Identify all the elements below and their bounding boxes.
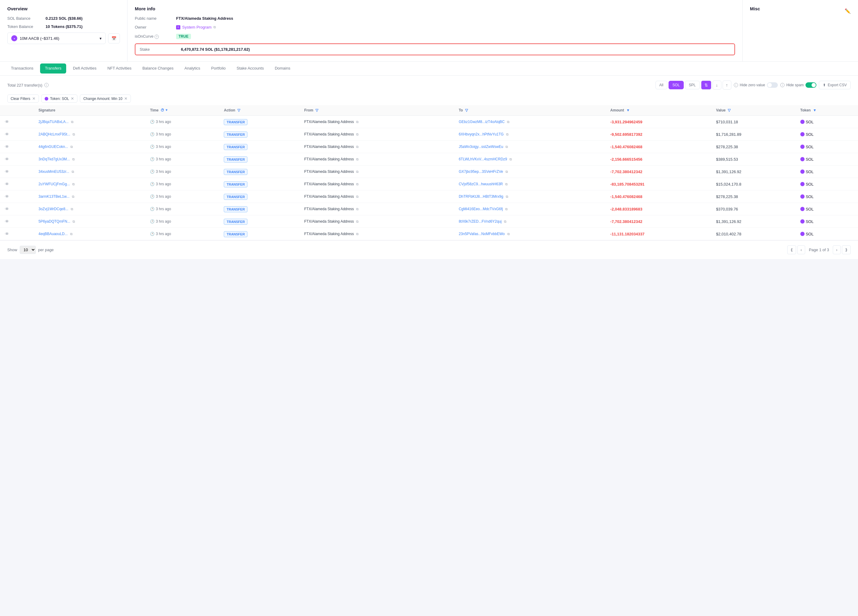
copy-sig-icon[interactable]: ⧉ (71, 207, 73, 211)
watch-icon[interactable]: 👁 (5, 182, 9, 187)
copy-from-icon[interactable]: ⧉ (356, 120, 359, 124)
last-page-btn[interactable]: ⟫ (842, 246, 851, 254)
copy-to-icon[interactable]: ⧉ (505, 170, 508, 174)
sort-down-btn[interactable]: ↓ (713, 81, 721, 90)
action-filter-icon[interactable]: ▽ (238, 108, 240, 112)
first-page-btn[interactable]: ⟪ (787, 246, 796, 254)
prev-page-btn[interactable]: ‹ (797, 246, 805, 254)
sort-up-btn[interactable]: ↑ (723, 81, 731, 90)
copy-sig-icon[interactable]: ⧉ (70, 232, 73, 236)
amount-filter-remove[interactable]: ✕ (124, 96, 127, 101)
tab-stake-accounts[interactable]: Stake Accounts (232, 62, 269, 75)
copy-from-icon[interactable]: ⧉ (356, 182, 359, 186)
signature-link[interactable]: 4eqBBAuaouLD... (39, 232, 68, 236)
owner-link[interactable]: ≡ System Program ⧉ (176, 25, 216, 30)
watch-icon[interactable]: 👁 (5, 132, 9, 137)
watch-icon[interactable]: 👁 (5, 119, 9, 124)
edit-icon[interactable]: ✏️ (845, 8, 851, 14)
copy-sig-icon[interactable]: ⧉ (72, 157, 75, 161)
copy-icon[interactable]: ⧉ (213, 25, 216, 29)
value-filter-icon[interactable]: ▽ (728, 108, 731, 112)
copy-from-icon[interactable]: ⧉ (356, 157, 359, 161)
to-link[interactable]: 8tX6k7rZED...FVnd6Y2quj (459, 219, 502, 224)
copy-sig-icon[interactable]: ⧉ (73, 132, 75, 136)
copy-to-icon[interactable]: ⧉ (510, 157, 512, 161)
to-link[interactable]: 6TLWLhVKxV...4szmHCRDz9 (459, 157, 507, 161)
is-on-curve-info-icon[interactable]: ? (154, 35, 159, 39)
copy-to-icon[interactable]: ⧉ (506, 195, 508, 199)
signature-link[interactable]: 3nDqTkd7gUx3M... (39, 157, 70, 161)
per-page-select[interactable]: 10 25 50 (20, 246, 36, 254)
to-link[interactable]: 6XHbvyqn2x...hPtNvYu1TG (459, 132, 504, 136)
tab-transfers[interactable]: Transfers (40, 64, 66, 73)
copy-from-icon[interactable]: ⧉ (356, 145, 359, 149)
copy-to-icon[interactable]: ⧉ (507, 120, 510, 124)
copy-from-icon[interactable]: ⧉ (356, 132, 359, 136)
amount-filter-tag[interactable]: Change Amount: Min 10 ✕ (80, 95, 131, 103)
tab-defi[interactable]: Defi Activities (68, 62, 101, 75)
to-link[interactable]: GEbz1GwzM8...izT4oAtqBC (459, 120, 505, 124)
to-link[interactable]: CVjsf58zC9...hwuushH63R (459, 182, 503, 186)
copy-from-icon[interactable]: ⧉ (356, 219, 359, 224)
watch-icon[interactable]: 👁 (5, 207, 9, 212)
clear-filters-remove[interactable]: ✕ (32, 96, 36, 101)
copy-to-icon[interactable]: ⧉ (505, 145, 508, 149)
tab-transactions[interactable]: Transactions (6, 62, 38, 75)
sort-swap-btn[interactable]: ⇅ (701, 81, 711, 90)
copy-to-icon[interactable]: ⧉ (504, 219, 507, 224)
to-link[interactable]: J5aWv3oigy...sstZwWswEu (459, 145, 503, 149)
copy-from-icon[interactable]: ⧉ (356, 195, 359, 199)
watch-icon[interactable]: 👁 (5, 219, 9, 224)
copy-from-icon[interactable]: ⧉ (356, 207, 359, 211)
to-link[interactable]: GX7jbc95ep...3SVeHFrZVe (459, 170, 503, 174)
clear-filters-tag[interactable]: Clear Filters ✕ (7, 95, 39, 103)
hide-spam-info-icon[interactable]: i (780, 83, 785, 87)
signature-link[interactable]: 2ABQHcLmxF9St... (39, 132, 70, 136)
watch-icon[interactable]: 👁 (5, 144, 9, 149)
token-filter-remove[interactable]: ✕ (71, 96, 74, 101)
copy-from-icon[interactable]: ⧉ (356, 170, 359, 174)
token-filter-icon[interactable]: ▼ (813, 108, 816, 112)
hide-zero-toggle[interactable] (767, 82, 778, 88)
watch-icon[interactable]: 👁 (5, 157, 9, 162)
copy-sig-icon[interactable]: ⧉ (72, 182, 75, 186)
to-link[interactable]: CgMi416Eeo...MdcTVxG6fj (459, 207, 503, 211)
copy-sig-icon[interactable]: ⧉ (71, 120, 73, 124)
watch-icon[interactable]: 👁 (5, 194, 9, 199)
to-link[interactable]: 23n5PVafas...NxMFvbbEWo (459, 232, 505, 236)
filter-sol-btn[interactable]: SOL (668, 81, 684, 89)
hide-zero-info-icon[interactable]: i (734, 83, 738, 87)
from-filter-icon[interactable]: ▽ (316, 108, 318, 112)
signature-link[interactable]: 3oZvj1WrDCqe8... (39, 207, 68, 211)
tab-balance-changes[interactable]: Balance Changes (138, 62, 179, 75)
total-info-icon[interactable]: i (44, 83, 48, 87)
copy-sig-icon[interactable]: ⧉ (73, 219, 75, 224)
signature-link[interactable]: 5P6yaDQTQmFN... (39, 219, 70, 224)
to-link[interactable]: DhTRFbKtJ8...HBtT3Mrx9g (459, 194, 504, 199)
copy-to-icon[interactable]: ⧉ (505, 182, 508, 186)
watch-icon[interactable]: 👁 (5, 169, 9, 174)
copy-from-icon[interactable]: ⧉ (356, 232, 359, 236)
amount-filter-icon[interactable]: ▼ (626, 108, 630, 112)
next-page-btn[interactable]: › (833, 246, 841, 254)
token-dropdown[interactable]: ● 10M AACB (~$371.46) ▾ (7, 33, 106, 44)
signature-link[interactable]: 2uYWFUCjFmGg... (39, 182, 70, 186)
signature-link[interactable]: 44g6nGUECokn... (39, 145, 68, 149)
copy-sig-icon[interactable]: ⧉ (70, 145, 73, 149)
copy-sig-icon[interactable]: ⧉ (72, 195, 75, 199)
copy-to-icon[interactable]: ⧉ (506, 132, 508, 136)
watch-icon[interactable]: 👁 (5, 232, 9, 236)
filter-spl-btn[interactable]: SPL (685, 81, 700, 89)
time-sort-icon[interactable]: ⏱ ▽ (161, 108, 167, 112)
token-filter-tag[interactable]: Token: SOL ✕ (41, 95, 78, 103)
filter-all-btn[interactable]: All (656, 81, 667, 89)
signature-link[interactable]: 2jJBqaTUABxLA... (39, 120, 68, 124)
copy-to-icon[interactable]: ⧉ (505, 207, 508, 211)
signature-link[interactable]: 34xusMmEU53zr... (39, 170, 69, 174)
export-csv-button[interactable]: ⬆ Export CSV (819, 81, 851, 89)
tab-domains[interactable]: Domains (270, 62, 295, 75)
tab-portfolio[interactable]: Portfolio (207, 62, 231, 75)
copy-sig-icon[interactable]: ⧉ (72, 170, 74, 174)
tab-analytics[interactable]: Analytics (180, 62, 205, 75)
calendar-button[interactable]: 📅 (108, 33, 120, 44)
